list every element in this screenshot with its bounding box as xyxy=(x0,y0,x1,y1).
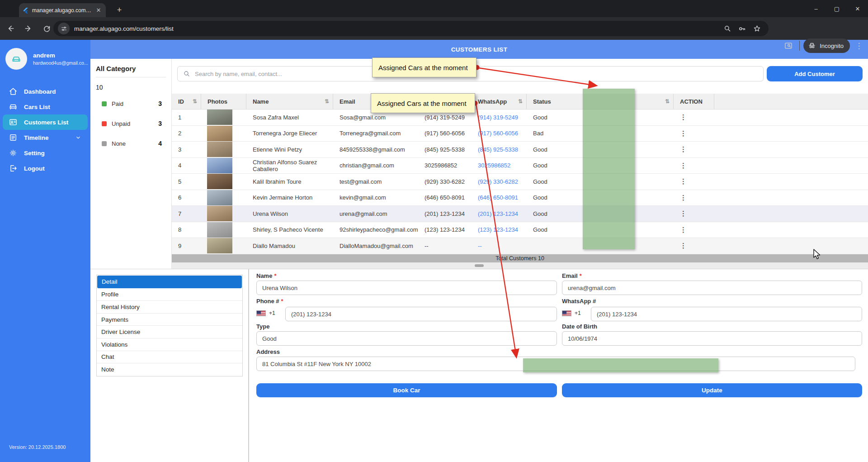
sidebar-item[interactable]: Dashboard xyxy=(3,84,88,99)
cell-whatsapp-link[interactable]: -- xyxy=(472,238,527,254)
detail-tab[interactable]: Note xyxy=(97,363,242,376)
cell-whatsapp-link[interactable]: (123) 123-1234 xyxy=(472,222,527,238)
search-input[interactable] xyxy=(195,71,763,77)
table-row[interactable]: 4 Christian Alfonso Suarez Caballero chr… xyxy=(172,158,868,174)
column-header-name[interactable]: Name⇅ xyxy=(246,94,333,109)
customer-photo[interactable] xyxy=(207,142,232,157)
column-header-photos[interactable]: Photos xyxy=(201,94,246,109)
row-actions-kebab-icon[interactable]: ⋮ xyxy=(674,190,714,206)
row-actions-kebab-icon[interactable]: ⋮ xyxy=(674,110,714,125)
row-actions-kebab-icon[interactable]: ⋮ xyxy=(674,222,714,238)
whatsapp-field[interactable] xyxy=(591,307,862,321)
sort-icon[interactable]: ⇅ xyxy=(518,98,523,105)
name-field[interactable] xyxy=(256,281,557,295)
category-item[interactable]: Paid 3 xyxy=(90,99,172,108)
table-row[interactable]: 2 Torrenegra Jorge Eliecer Torrenegra@gm… xyxy=(172,126,868,142)
reload-icon[interactable] xyxy=(39,21,54,36)
scrollbar-handle[interactable] xyxy=(475,264,484,267)
cell-photo[interactable] xyxy=(201,174,246,190)
url-text[interactable]: manager.alugago.com/customers/list xyxy=(74,25,723,32)
minimize-button[interactable]: – xyxy=(806,0,826,17)
site-info-icon[interactable] xyxy=(58,23,70,34)
phone-field[interactable] xyxy=(285,307,557,321)
table-row[interactable]: 8 Shirley, S Pacheco Vicente 92shirleypa… xyxy=(172,222,868,238)
detail-tab[interactable]: Payments xyxy=(97,314,242,326)
table-row[interactable]: 3 Etienne Wini Petzy 8459255338@gmail.co… xyxy=(172,142,868,158)
cell-photo[interactable] xyxy=(201,206,246,222)
new-tab-button[interactable]: + xyxy=(114,5,125,16)
cell-whatsapp-link[interactable]: (646) 650-8091 xyxy=(472,190,527,206)
sort-icon[interactable]: ⇅ xyxy=(193,98,197,105)
sort-icon[interactable]: ⇅ xyxy=(665,98,670,105)
category-item[interactable]: None 4 xyxy=(90,139,172,148)
row-actions-kebab-icon[interactable]: ⋮ xyxy=(674,174,714,190)
detail-tab[interactable]: Driver License xyxy=(97,326,242,338)
cell-photo[interactable] xyxy=(201,126,246,142)
tab-close-icon[interactable]: ✕ xyxy=(95,7,102,14)
pane-splitter[interactable] xyxy=(248,269,249,462)
sort-icon[interactable]: ⇅ xyxy=(325,98,329,105)
whatsapp-country[interactable]: +1 xyxy=(562,310,581,316)
sidebar-item[interactable]: Customers List xyxy=(3,114,88,130)
customer-photo[interactable] xyxy=(207,206,232,221)
chrome-menu-icon[interactable]: ⋮ xyxy=(854,41,864,51)
book-car-button[interactable]: Book Car xyxy=(256,383,557,397)
phone-country[interactable]: +1 xyxy=(256,310,275,316)
cell-whatsapp-link[interactable]: (845) 925-5338 xyxy=(472,142,527,157)
customer-photo[interactable] xyxy=(207,110,232,125)
sidebar-item[interactable]: Cars List xyxy=(3,99,88,114)
customer-photo[interactable] xyxy=(207,238,232,253)
close-button[interactable]: ✕ xyxy=(847,0,868,17)
cell-whatsapp-link[interactable]: (917) 560-6056 xyxy=(472,126,527,142)
customer-photo[interactable] xyxy=(207,222,232,238)
maximize-button[interactable]: ▢ xyxy=(826,0,847,17)
row-actions-kebab-icon[interactable]: ⋮ xyxy=(674,142,714,157)
type-field[interactable] xyxy=(256,331,557,346)
detail-tab[interactable]: Detail xyxy=(97,276,242,288)
customer-photo[interactable] xyxy=(207,190,232,205)
row-actions-kebab-icon[interactable]: ⋮ xyxy=(674,126,714,142)
customer-photo[interactable] xyxy=(207,174,232,189)
url-bar[interactable]: manager.alugago.com/customers/list xyxy=(53,21,769,36)
table-row[interactable]: 6 Kevin Jermaine Horton kevin@gmail.com … xyxy=(172,190,868,206)
chevron-down-icon[interactable] xyxy=(75,134,81,141)
table-row[interactable]: 9 Diallo Mamadou DialloMamadou@gmail.com… xyxy=(172,238,868,254)
detail-tab[interactable]: Profile xyxy=(97,289,242,301)
detail-tab[interactable]: Chat xyxy=(97,351,242,364)
back-icon[interactable] xyxy=(3,21,18,36)
row-actions-kebab-icon[interactable]: ⋮ xyxy=(674,158,714,174)
customer-photo[interactable] xyxy=(207,126,232,141)
email-field[interactable] xyxy=(562,281,862,295)
cell-whatsapp-link[interactable]: (914) 319-5249 xyxy=(472,110,527,125)
detail-tab[interactable]: Rental History xyxy=(97,301,242,314)
update-button[interactable]: Update xyxy=(562,383,862,397)
cell-photo[interactable] xyxy=(201,158,246,174)
column-header-whatsapp[interactable]: WhatsApp⇅ xyxy=(472,94,527,109)
column-header-status[interactable]: Status xyxy=(527,94,581,109)
table-row[interactable]: 7 Urena Wilson urena@gmail.com (201) 123… xyxy=(172,206,868,222)
cell-whatsapp-link[interactable]: (929) 330-6282 xyxy=(472,174,527,190)
category-item[interactable]: Unpaid 3 xyxy=(90,119,172,128)
dob-field[interactable] xyxy=(562,331,862,346)
row-actions-kebab-icon[interactable]: ⋮ xyxy=(674,206,714,222)
password-key-icon[interactable] xyxy=(738,24,746,33)
row-actions-kebab-icon[interactable]: ⋮ xyxy=(674,238,714,254)
table-row[interactable]: 1 Sosa Zafra Maxel Sosa@gmail.com (914) … xyxy=(172,110,868,126)
sidebar-item[interactable]: Timeline xyxy=(3,130,88,145)
sidebar-item[interactable]: Logout xyxy=(3,161,88,176)
cell-whatsapp-link[interactable]: 3025986852 xyxy=(472,158,527,174)
cell-whatsapp-link[interactable]: (201) 123-1234 xyxy=(472,206,527,222)
cell-photo[interactable] xyxy=(201,110,246,125)
side-panel-icon[interactable] xyxy=(781,38,796,53)
cell-photo[interactable] xyxy=(201,222,246,238)
browser-tab[interactable]: manager.alugago.com/custome ✕ xyxy=(19,3,106,17)
forward-icon[interactable] xyxy=(21,21,36,36)
search-tabs-icon[interactable] xyxy=(723,24,731,33)
column-header-id[interactable]: ID⇅ xyxy=(172,94,201,109)
detail-tab[interactable]: Violations xyxy=(97,338,242,351)
cell-photo[interactable] xyxy=(201,238,246,254)
customer-photo[interactable] xyxy=(207,158,232,173)
horizontal-scrollbar[interactable] xyxy=(172,262,868,269)
add-customer-button[interactable]: Add Customer xyxy=(767,66,863,81)
user-block[interactable]: andrem hardwood4us@gmail.co... xyxy=(5,48,88,70)
